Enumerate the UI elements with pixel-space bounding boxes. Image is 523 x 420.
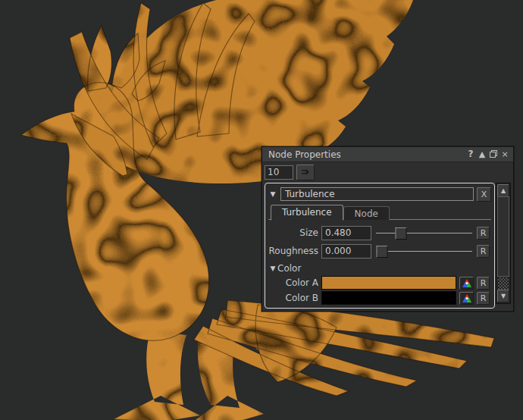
color-b-picker-button[interactable] <box>459 292 474 305</box>
color-a-row: Color A R <box>268 275 490 290</box>
size-slider[interactable] <box>376 227 472 240</box>
roughness-value-field[interactable]: 0.000 <box>321 244 371 259</box>
color-a-swatch[interactable] <box>321 276 456 290</box>
help-icon[interactable]: ? <box>466 150 475 158</box>
node-name-field[interactable]: Turbulence <box>280 187 474 201</box>
tab-node[interactable]: Node <box>343 206 390 220</box>
restore-icon[interactable] <box>489 150 498 159</box>
node-panel: ▼ Turbulence X Turbulence Node Size 0.48… <box>265 183 495 309</box>
window-toolbar <box>262 162 513 182</box>
roughness-label: Roughness <box>268 246 318 256</box>
node-count-input[interactable] <box>265 165 293 180</box>
window-title: Node Properties <box>266 149 466 160</box>
node-header-row: ▼ Turbulence X <box>268 186 491 202</box>
roughness-row: Roughness 0.000 R <box>268 242 490 260</box>
node-properties-window: Node Properties ? ▲ × ▼ Turbulence X Tur… <box>262 146 514 312</box>
remove-node-button[interactable]: X <box>477 187 491 202</box>
color-section-title: Color <box>277 263 301 274</box>
shade-icon[interactable]: ▲ <box>478 150 487 158</box>
size-value-field[interactable]: 0.480 <box>321 226 371 240</box>
size-slider-handle[interactable] <box>396 227 407 240</box>
color-b-label: Color B <box>268 293 318 303</box>
scrollbar-track-dither[interactable] <box>498 277 509 290</box>
roughness-slider-track <box>376 251 472 252</box>
color-collapse-icon[interactable]: ▼ <box>268 265 277 272</box>
color-a-reset-button[interactable]: R <box>477 277 490 290</box>
color-a-picker-button[interactable] <box>459 277 474 290</box>
close-icon[interactable]: × <box>500 150 509 158</box>
roughness-slider-handle[interactable] <box>376 246 387 258</box>
vertical-scrollbar[interactable]: ▲ ▼ <box>496 183 511 304</box>
size-slider-track <box>376 233 472 234</box>
color-b-swatch[interactable] <box>321 291 456 305</box>
color-section-header: ▼ Color <box>268 262 490 275</box>
color-a-label: Color A <box>268 277 318 288</box>
assign-button[interactable] <box>296 165 315 180</box>
rgb-triangle-icon <box>462 279 471 287</box>
color-b-row: Color B R <box>268 290 490 306</box>
scroll-up-button[interactable]: ▲ <box>497 184 509 197</box>
titlebar-icons: ? ▲ × <box>466 150 509 159</box>
node-collapse-icon[interactable]: ▼ <box>268 190 277 198</box>
node-tabs: Turbulence Node <box>268 205 491 220</box>
scroll-down-button[interactable]: ▼ <box>497 290 509 302</box>
scrollbar-thumb[interactable] <box>497 196 509 277</box>
tab-turbulence[interactable]: Turbulence <box>271 205 343 221</box>
window-titlebar[interactable]: Node Properties ? ▲ × <box>262 147 513 162</box>
turbulence-settings: Size 0.480 R Roughness 0.000 R ▼ C <box>268 220 491 306</box>
roughness-slider[interactable] <box>376 245 472 258</box>
rgb-triangle-icon <box>462 294 471 302</box>
size-label: Size <box>268 227 318 238</box>
size-row: Size 0.480 R <box>268 224 490 242</box>
size-reset-button[interactable]: R <box>477 227 490 240</box>
assign-icon <box>301 168 310 176</box>
color-b-reset-button[interactable]: R <box>477 292 490 305</box>
roughness-reset-button[interactable]: R <box>477 245 490 258</box>
